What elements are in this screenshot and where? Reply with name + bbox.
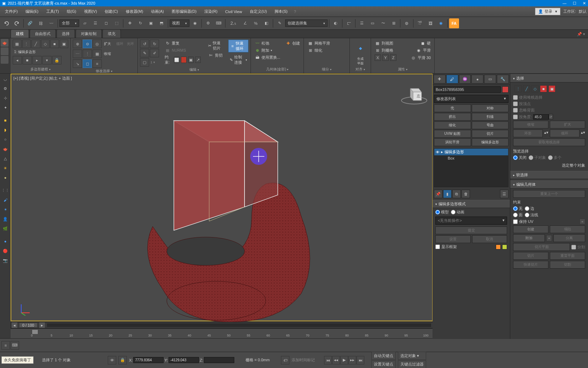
expand-icon[interactable]: ▸ — [441, 150, 443, 154]
preserveuv-checkbox[interactable] — [513, 219, 518, 224]
group-subdiv-header[interactable]: 细分 — [306, 66, 347, 72]
redo-button[interactable] — [12, 18, 22, 28]
eg-cut-button[interactable]: 切割 — [550, 261, 585, 269]
constraint-edge-icon[interactable] — [181, 57, 187, 63]
brush-icon[interactable]: 🖌 — [1, 196, 10, 204]
repeat-label[interactable]: 重复 — [172, 41, 180, 46]
scale-button[interactable]: ▣ — [146, 18, 156, 28]
showcage-checkbox[interactable] — [435, 245, 440, 249]
bind-spacewarp-button[interactable]: 〰 — [46, 18, 56, 28]
vertex-mode-icon[interactable]: ⋮ — [22, 40, 31, 48]
select-by-name-button[interactable]: ☰ — [90, 18, 100, 28]
settings-button[interactable]: 设置 — [435, 235, 471, 243]
mirror-button[interactable]: ◐ — [331, 18, 341, 28]
rollout-softsel-header[interactable]: 软选择 — [510, 171, 588, 179]
ribbon-tab-objectpaint[interactable]: 对象绘制 — [76, 29, 102, 38]
subobj-vertex-icon[interactable]: ⋮ — [514, 85, 522, 92]
element-mode-icon[interactable]: ▣ — [60, 40, 69, 48]
lock-selection-icon[interactable]: 🔒 — [118, 356, 127, 364]
grow-sel-button[interactable]: 扩大 — [550, 121, 585, 128]
utilities-tab-icon[interactable]: 🔧 — [497, 75, 509, 84]
eye-icon[interactable]: 👁 — [436, 150, 440, 154]
layer-explorer-button[interactable]: ☰ — [357, 18, 367, 28]
ribbon-tab-freeform[interactable]: 自由形式 — [30, 29, 56, 38]
group-edit-header[interactable]: 编辑 — [140, 67, 248, 72]
menu-create[interactable]: 创建(C) — [101, 7, 121, 16]
toview-label[interactable]: 到视图 — [382, 41, 393, 46]
ribbon-tab-populate[interactable]: 填充 — [102, 29, 121, 38]
show-end-icon[interactable]: ▮ — [443, 190, 452, 198]
eg-slice-button[interactable]: 切片 — [513, 252, 548, 260]
timeline-next-icon[interactable]: ▸ — [39, 322, 45, 328]
group-modsel-header[interactable]: 修改选择 — [73, 68, 135, 74]
yellow-box-icon[interactable]: ■ — [1, 116, 10, 125]
attach-label[interactable]: 附加 — [261, 48, 269, 53]
menu-edit[interactable]: 编辑(E) — [22, 7, 42, 16]
login-dropdown[interactable]: 👤 登录 — [535, 8, 560, 15]
preview-off-radio[interactable]: 关闭 — [513, 155, 527, 160]
close-icon[interactable]: ✕ — [583, 1, 586, 6]
angle-input[interactable] — [533, 114, 549, 120]
tessellate-label[interactable]: 细化 — [314, 48, 322, 53]
preserveuv-settings-icon[interactable]: ▫ — [580, 219, 585, 224]
paintconn-label[interactable]: 绘制连接 — [234, 54, 243, 65]
makeplanar-icon[interactable]: ◆ — [354, 40, 367, 57]
mod-bend-button[interactable]: 弯曲 — [472, 121, 509, 129]
menu-tools[interactable]: 工具(T) — [43, 7, 63, 16]
gear-icon[interactable]: ⚙ — [1, 84, 10, 93]
z-button[interactable]: Z — [390, 54, 396, 61]
half-sphere-icon[interactable]: ◗ — [1, 126, 10, 134]
y-button[interactable]: Y — [382, 54, 389, 61]
box-icon[interactable] — [1, 47, 8, 55]
cage-color2[interactable] — [502, 245, 507, 249]
help-icon[interactable]: ? — [294, 10, 296, 14]
quickslice-label[interactable]: 快速切片 — [213, 40, 223, 51]
timeline-track[interactable] — [47, 323, 431, 327]
percent-snap-button[interactable]: % — [251, 18, 261, 28]
fill-icon[interactable]: ▦ — [93, 50, 102, 58]
pivot-center-button[interactable]: ◉ — [190, 18, 200, 28]
mod-turbosmooth-button[interactable]: 涡轮平滑 — [434, 138, 471, 146]
menu-customize[interactable]: 自定义(U) — [246, 7, 270, 16]
mod-shell-button[interactable]: 壳 — [434, 104, 471, 112]
leaf-icon[interactable]: 🌿 — [1, 224, 10, 233]
stack-box-row[interactable]: Box — [434, 155, 508, 161]
named-selection-dropdown[interactable]: 创建选择集 — [285, 19, 328, 27]
select-object-button[interactable]: ▱ — [80, 18, 90, 28]
polygon-mode-icon[interactable]: ■ — [50, 40, 59, 48]
display-tab-icon[interactable]: ▭ — [484, 75, 496, 84]
sphere-icon2[interactable]: ● — [1, 173, 10, 182]
menu-grapheditors[interactable]: 图形编辑器(D) — [168, 7, 200, 16]
shrink-icon[interactable]: ⊖ — [83, 40, 92, 48]
cone-icon2[interactable]: △ — [1, 154, 10, 163]
paintconn2-icon[interactable]: ✐ — [150, 49, 159, 57]
subobj-edge-icon[interactable]: ╱ — [523, 85, 530, 92]
step-icon[interactable]: ↘ — [73, 59, 82, 68]
togrid-label[interactable]: 到栅格 — [382, 48, 393, 53]
eg-sliceplane-button[interactable]: 切片平面 — [513, 243, 570, 251]
window-crossing-button[interactable]: ⬚ — [112, 18, 122, 28]
poly-mesh-icon[interactable]: ▦ — [13, 40, 22, 48]
spinner-snap-button[interactable]: ◧ — [261, 18, 271, 28]
workspace-value[interactable]: 默认 — [579, 9, 587, 14]
constraint-normal-radio[interactable]: 法线 — [525, 212, 538, 218]
constraint-face-radio[interactable]: 面 — [513, 212, 523, 218]
isolate-icon[interactable]: 👁 — [108, 356, 116, 364]
polymode-anim-radio[interactable]: 动画 — [451, 209, 464, 215]
arc-icon[interactable]: ◡ — [1, 75, 10, 83]
frame-indicator[interactable]: 0 / 100 — [19, 323, 37, 327]
camera-icon[interactable]: 📷 — [1, 256, 10, 265]
similar-icon[interactable]: ≡ — [93, 59, 102, 68]
quickloop-button[interactable]: ≡快速 循环 — [228, 40, 248, 52]
menu-scripting[interactable]: 脚本(S) — [271, 7, 291, 16]
render-setup-button[interactable]: 🎬 — [415, 18, 425, 28]
selobj-dropdown[interactable]: 选定对象 ▾ — [398, 352, 426, 360]
cancel-button[interactable]: 取消 — [472, 235, 507, 243]
subobj-polygon-icon[interactable]: ■ — [540, 85, 547, 92]
goto-end-icon[interactable]: ⏭ — [357, 356, 364, 364]
paintconn-icon[interactable]: ✎ — [140, 49, 149, 57]
menu-rendering[interactable]: 渲染(R) — [201, 7, 221, 16]
material-editor-button[interactable]: ◍ — [402, 18, 412, 28]
teapot-icon[interactable]: 🫖 — [1, 39, 8, 47]
toggle-end-icon[interactable]: ■ — [23, 56, 32, 64]
